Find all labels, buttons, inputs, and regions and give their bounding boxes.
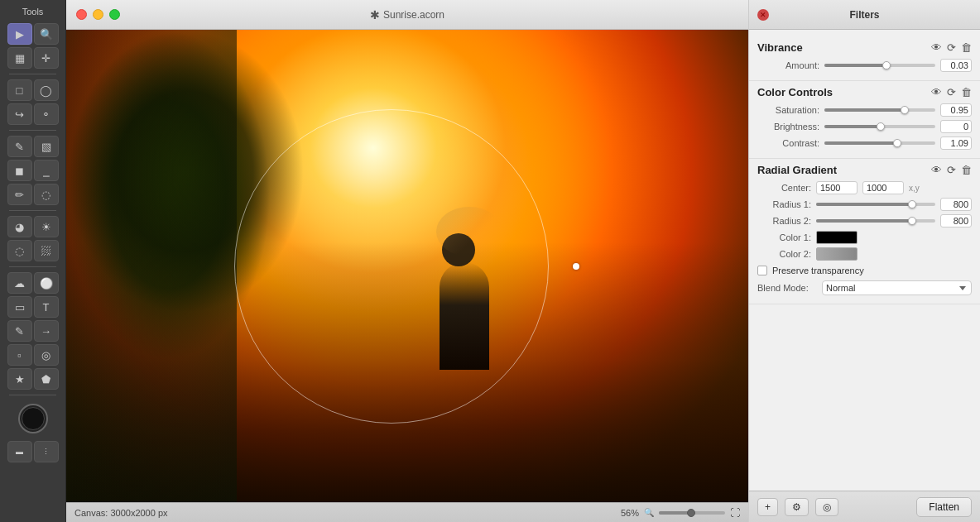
radius2-row: Radius 2: 800 <box>749 213 980 229</box>
polygon-tool[interactable]: ⬟ <box>34 368 59 390</box>
filters-content: Vibrance 👁 ⟳ 🗑 Amount: 0.03 Color Contro… <box>749 30 980 491</box>
close-button[interactable] <box>76 9 87 20</box>
cloud-tool[interactable]: ☁ <box>7 272 32 294</box>
color-controls-visibility-icon[interactable]: 👁 <box>931 87 942 98</box>
color1-preview[interactable] <box>816 231 858 244</box>
star-tool[interactable]: ★ <box>7 368 32 390</box>
saturation-label: Saturation: <box>757 105 819 115</box>
zoom-slider[interactable] <box>659 511 725 515</box>
preserve-transparency-label: Preserve transparency <box>772 266 864 275</box>
text-tool[interactable]: T <box>34 296 59 318</box>
minimize-button[interactable] <box>93 9 103 20</box>
center-y-input[interactable] <box>862 181 904 194</box>
center-x-input[interactable] <box>816 181 858 194</box>
brush-tool[interactable]: ✏ <box>7 184 32 205</box>
brightness-thumb[interactable] <box>877 122 885 131</box>
ellipse-select-tool[interactable]: ◯ <box>34 79 59 101</box>
filter-settings-button[interactable]: ⚙ <box>785 498 809 516</box>
maximize-button[interactable] <box>109 9 120 20</box>
rect-select-tool[interactable]: □ <box>7 79 32 101</box>
color-swatch[interactable] <box>18 404 48 433</box>
contrast-fill <box>824 141 896 145</box>
radius1-value[interactable]: 800 <box>940 198 972 211</box>
smudge-tool[interactable]: ◌ <box>7 240 32 261</box>
radius2-thumb[interactable] <box>908 217 916 225</box>
radius2-fill <box>816 219 911 223</box>
sharpen-tool[interactable]: ☀ <box>34 216 59 237</box>
lasso-tool[interactable]: ↪ <box>7 103 32 125</box>
flatten-button[interactable]: Flatten <box>916 497 972 517</box>
contrast-thumb[interactable] <box>893 139 901 147</box>
blend-mode-select[interactable]: Normal Multiply Screen Overlay Darken Li… <box>822 280 972 295</box>
vibrance-slider-thumb[interactable] <box>882 61 891 69</box>
canvas-container[interactable] <box>66 30 748 502</box>
path-tool[interactable]: → <box>34 320 59 342</box>
dodge-tool[interactable]: ◌ <box>34 184 59 205</box>
color1-row: Color 1: <box>749 229 980 246</box>
zoom-tool[interactable]: 🔍 <box>34 23 59 45</box>
vibrance-amount-value[interactable]: 0.03 <box>940 59 972 72</box>
foreground-color <box>22 407 45 430</box>
saturation-row: Saturation: 0.95 <box>749 102 980 118</box>
blur-tool[interactable]: ◕ <box>7 216 32 237</box>
eraser-tool[interactable]: ▧ <box>34 136 59 157</box>
contrast-slider[interactable] <box>824 141 935 145</box>
fullscreen-icon[interactable]: ⛶ <box>730 507 740 519</box>
brightness-slider[interactable] <box>824 125 935 128</box>
radius2-value[interactable]: 800 <box>940 214 972 227</box>
saturation-value[interactable]: 0.95 <box>940 103 972 117</box>
zoom-slider-thumb[interactable] <box>687 509 695 517</box>
radial-gradient-visibility-icon[interactable]: 👁 <box>931 165 942 175</box>
saturation-slider[interactable] <box>824 108 935 112</box>
blend-mode-label: Blend Mode: <box>757 283 815 293</box>
filters-panel-title: Filters <box>849 9 879 21</box>
color-controls-icons: 👁 ⟳ 🗑 <box>931 87 972 98</box>
freeform-tool[interactable]: ⚬ <box>34 103 59 125</box>
fill-tool[interactable]: ◼ <box>7 160 32 181</box>
vibrance-amount-slider[interactable] <box>824 64 935 67</box>
stroke-tool[interactable]: ▬ <box>7 441 32 462</box>
color2-preview[interactable] <box>816 247 858 261</box>
saturation-thumb[interactable] <box>901 106 909 114</box>
preserve-transparency-checkbox[interactable] <box>757 266 767 275</box>
vibrance-header: Vibrance 👁 ⟳ 🗑 <box>749 36 980 57</box>
color-controls-delete-icon[interactable]: 🗑 <box>961 87 972 98</box>
pen-tool[interactable]: ✎ <box>7 320 32 342</box>
filter-export-button[interactable]: ◎ <box>815 498 838 516</box>
radius1-thumb[interactable] <box>908 200 916 208</box>
filters-footer: + ⚙ ◎ Flatten <box>749 491 980 522</box>
contrast-value[interactable]: 1.09 <box>940 136 972 150</box>
radius1-slider[interactable] <box>816 203 935 206</box>
radial-gradient-icons: 👁 ⟳ 🗑 <box>931 165 972 175</box>
rect-shape-tool[interactable]: ▭ <box>7 296 32 318</box>
main-area: ✱ Sunrise.acorn Canvas: 3000x2000 px <box>66 0 748 522</box>
eyedropper-tool[interactable]: ⛆ <box>34 240 59 261</box>
crop-tool[interactable]: ▦ <box>7 47 32 69</box>
transform-tool[interactable]: ✛ <box>34 47 59 69</box>
radial-gradient-reset-icon[interactable]: ⟳ <box>947 165 956 175</box>
rect-outline-tool[interactable]: ▫ <box>7 344 32 366</box>
circle-outline-tool[interactable]: ◎ <box>34 344 59 366</box>
radius2-slider[interactable] <box>816 219 935 223</box>
filters-panel: ✕ Filters Vibrance 👁 ⟳ 🗑 Amount: 0.03 <box>748 0 980 522</box>
panel-close-button[interactable]: ✕ <box>757 9 769 21</box>
brightness-value[interactable]: 0 <box>940 120 972 133</box>
radial-gradient-title: Radial Gradient <box>757 164 837 176</box>
sun-tool[interactable]: ⚪ <box>34 272 59 294</box>
line-tool[interactable]: ⎯ <box>34 160 59 181</box>
tools-panel: Tools ▶ 🔍 ▦ ✛ □ ◯ ↪ ⚬ ✎ ▧ ◼ ⎯ ✏ ◌ <box>0 0 66 522</box>
add-filter-button[interactable]: + <box>757 498 778 516</box>
vibrance-visibility-icon[interactable]: 👁 <box>931 42 942 53</box>
figure-body <box>440 262 489 370</box>
radial-gradient-delete-icon[interactable]: 🗑 <box>961 165 972 175</box>
footer-left-controls: + ⚙ ◎ <box>757 498 838 516</box>
vibrance-amount-label: Amount: <box>757 60 819 70</box>
vibrance-reset-icon[interactable]: ⟳ <box>947 42 956 53</box>
radial-gradient-section: Radial Gradient 👁 ⟳ 🗑 Center: x,y Radius… <box>749 159 980 304</box>
color-controls-reset-icon[interactable]: ⟳ <box>947 87 956 98</box>
gradient-tool[interactable]: ⋮ <box>34 441 59 462</box>
select-tool[interactable]: ▶ <box>7 23 32 45</box>
paint-tool[interactable]: ✎ <box>7 136 32 157</box>
color-controls-header: Color Controls 👁 ⟳ 🗑 <box>749 81 980 102</box>
vibrance-delete-icon[interactable]: 🗑 <box>961 42 972 53</box>
